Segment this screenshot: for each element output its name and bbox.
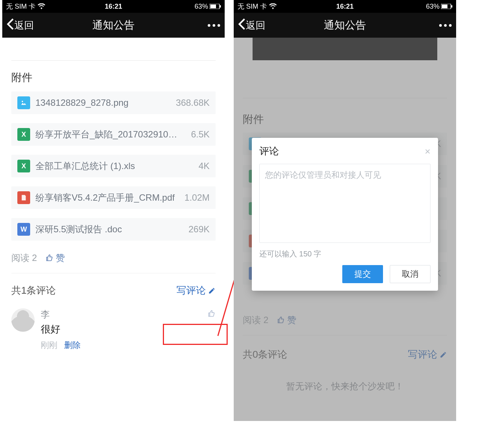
wifi-icon	[38, 3, 45, 9]
back-button[interactable]: 返回	[238, 18, 265, 32]
phone-right: 无 SIM 卡 16:21 63% 返回 通知公告	[234, 0, 456, 421]
dot-icon	[218, 24, 220, 27]
comments-count: 共1条评论	[11, 284, 56, 297]
file-size: 6.5K	[191, 129, 210, 140]
excel-file-icon: X	[17, 128, 30, 141]
comment-time: 刚刚	[41, 340, 57, 351]
dot-icon	[444, 24, 447, 27]
battery-icon	[210, 4, 221, 9]
status-bar: 无 SIM 卡 16:21 63%	[2, 0, 225, 13]
file-name: 纷享开放平台_缺陷_20170329104101….	[35, 128, 182, 140]
submit-button[interactable]: 提交	[342, 265, 383, 283]
phone-left: 无 SIM 卡 16:21 63% 返回 通知公告	[2, 0, 225, 421]
more-button[interactable]	[208, 24, 220, 27]
dot-icon	[208, 24, 210, 27]
excel-file-icon: X	[17, 160, 30, 172]
file-size: 4K	[199, 161, 210, 171]
battery-label: 63%	[195, 3, 208, 11]
dot-icon	[213, 24, 215, 27]
svg-point-4	[22, 101, 23, 102]
pencil-icon	[208, 287, 216, 294]
svg-rect-2	[220, 5, 221, 8]
nav-bar: 返回 通知公告	[2, 13, 225, 38]
like-label: 赞	[56, 252, 65, 264]
divider	[11, 60, 216, 61]
battery-icon	[441, 4, 452, 9]
file-name: 纷享销客V5.4.2产品手册_CRM.pdf	[35, 192, 175, 204]
file-name: 深研5.5测试报告 .doc	[35, 223, 179, 235]
write-comment-label: 写评论	[176, 284, 206, 297]
file-size: 368.68K	[176, 98, 210, 108]
carrier-label: 无 SIM 卡	[237, 2, 267, 11]
stats-row: 阅读 2 赞	[2, 252, 225, 264]
file-size: 269K	[188, 224, 210, 235]
page-title: 通知公告	[92, 18, 135, 32]
word-file-icon: W	[17, 223, 30, 236]
like-button[interactable]: 赞	[45, 252, 65, 264]
battery-label: 63%	[426, 3, 440, 11]
comment-modal: 评论 × 还可以输入 150 字 提交 取消	[252, 138, 438, 291]
char-limit-hint: 还可以输入 150 字	[259, 249, 430, 259]
status-time: 16:21	[336, 3, 354, 11]
comment-delete-button[interactable]: 删除	[64, 340, 81, 351]
dot-icon	[439, 24, 442, 27]
attachment-row[interactable]: X 全部工单汇总统计 (1).xls 4K	[11, 155, 216, 177]
file-name: 全部工单汇总统计 (1).xls	[35, 160, 190, 172]
file-size: 1.02M	[184, 192, 210, 203]
more-button[interactable]	[439, 24, 452, 27]
dot-icon	[449, 24, 452, 27]
thumbs-up-icon	[45, 254, 54, 262]
pdf-file-icon	[17, 191, 30, 204]
back-button[interactable]: 返回	[7, 18, 34, 32]
wifi-icon	[269, 3, 277, 9]
page-title: 通知公告	[324, 18, 366, 32]
file-name: 1348128829_8278.png	[35, 98, 167, 108]
comments-header: 共1条评论 写评论	[2, 273, 225, 306]
svg-rect-1	[210, 5, 216, 8]
svg-rect-8	[451, 5, 452, 8]
attachment-list: 1348128829_8278.png 368.68K X 纷享开放平台_缺陷_…	[2, 91, 225, 241]
svg-rect-3	[20, 99, 27, 106]
close-button[interactable]: ×	[425, 146, 430, 156]
attachment-row[interactable]: 纷享销客V5.4.2产品手册_CRM.pdf 1.02M	[11, 186, 216, 209]
carrier-label: 无 SIM 卡	[6, 2, 35, 11]
chevron-left-icon	[238, 18, 245, 32]
comment-author: 李	[41, 308, 50, 320]
write-comment-button[interactable]: 写评论	[176, 284, 216, 297]
attachment-row[interactable]: 1348128829_8278.png 368.68K	[11, 91, 216, 114]
attachment-row[interactable]: X 纷享开放平台_缺陷_20170329104101…. 6.5K	[11, 123, 216, 146]
svg-rect-7	[442, 5, 447, 8]
chevron-left-icon	[7, 18, 14, 32]
status-time: 16:21	[105, 3, 122, 11]
avatar	[11, 308, 35, 332]
nav-bar: 返回 通知公告	[234, 13, 456, 38]
back-label: 返回	[14, 19, 34, 32]
attachments-title: 附件	[11, 70, 216, 85]
status-bar: 无 SIM 卡 16:21 63%	[234, 0, 456, 13]
comment-textarea[interactable]	[259, 164, 430, 243]
comment-like-button[interactable]	[207, 310, 216, 319]
attachment-row[interactable]: W 深研5.5测试报告 .doc 269K	[11, 218, 216, 241]
comment-text: 很好	[41, 323, 216, 336]
image-file-icon	[17, 96, 30, 109]
close-icon: ×	[425, 146, 430, 157]
cancel-button[interactable]: 取消	[390, 265, 430, 283]
modal-title: 评论	[259, 145, 279, 158]
read-label: 阅读	[11, 253, 29, 263]
read-count: 2	[32, 253, 37, 263]
back-label: 返回	[246, 19, 265, 32]
comment-item: 李 很好 刚刚 删除	[2, 306, 225, 351]
